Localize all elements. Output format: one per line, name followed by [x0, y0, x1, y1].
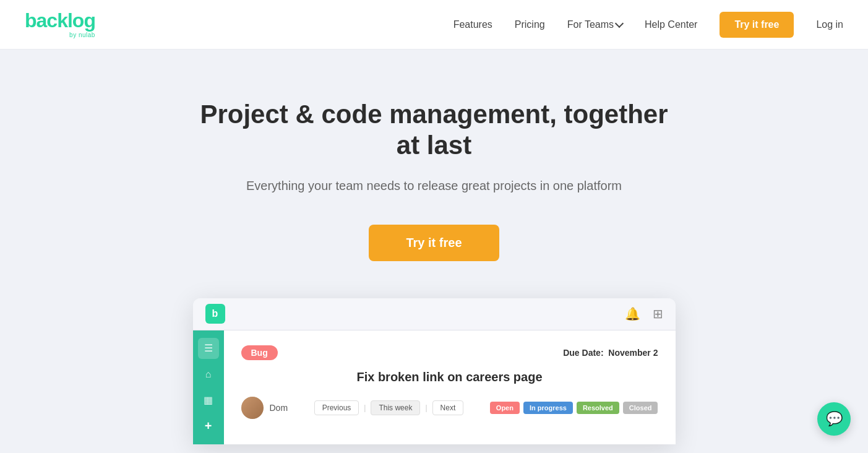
status-resolved[interactable]: Resolved — [577, 402, 619, 414]
due-date: Due Date: November 2 — [563, 348, 658, 358]
logo-area: backlog by nulab — [25, 11, 95, 38]
app-logo-icon: b — [205, 304, 225, 324]
nav-pills: Previous | This week | Next — [314, 400, 464, 415]
sidebar-home-icon[interactable]: ⌂ — [198, 364, 219, 385]
app-body: ☰ ⌂ ▦ + Bug Due Date: November 2 Fix bro… — [193, 330, 676, 444]
hero-section: Project & code management, together at l… — [0, 50, 868, 444]
issue-header: Bug Due Date: November 2 — [241, 345, 658, 360]
chevron-down-icon — [615, 19, 624, 27]
nav-this-week-button[interactable]: This week — [371, 400, 420, 415]
nav-features[interactable]: Features — [453, 19, 492, 30]
hero-try-free-button[interactable]: Try it free — [369, 225, 499, 261]
nav-previous-button[interactable]: Previous — [314, 400, 359, 415]
status-inprogress[interactable]: In progress — [523, 402, 573, 414]
chat-button[interactable]: 💬 — [817, 402, 851, 436]
app-content: Bug Due Date: November 2 Fix broken link… — [224, 330, 676, 444]
sidebar-add-icon[interactable]: + — [198, 416, 219, 437]
status-open[interactable]: Open — [490, 402, 520, 414]
nav-divider-2: | — [425, 403, 427, 412]
nav-next-button[interactable]: Next — [432, 400, 464, 415]
sidebar-list-icon[interactable]: ▦ — [198, 390, 219, 411]
bug-badge: Bug — [241, 345, 278, 360]
logo-wrapper: backlog by nulab — [25, 11, 95, 38]
issue-title: Fix broken link on careers page — [241, 370, 658, 384]
nav-for-teams[interactable]: For Teams — [567, 19, 622, 30]
status-pills: Open In progress Resolved Closed — [490, 402, 658, 414]
avatar — [241, 397, 264, 419]
issue-footer: Dom Previous | This week | Next Open In … — [241, 397, 658, 419]
grid-icon[interactable]: ⊞ — [653, 306, 663, 321]
status-closed[interactable]: Closed — [623, 402, 658, 414]
app-preview: b 🔔 ⊞ ☰ ⌂ ▦ + Bug Due Date: No — [193, 298, 676, 444]
nav-help-center[interactable]: Help Center — [645, 19, 697, 30]
hero-subtitle: Everything your team needs to release gr… — [246, 176, 622, 195]
nav-login-link[interactable]: Log in — [816, 19, 843, 30]
bell-icon[interactable]: 🔔 — [625, 306, 640, 321]
app-topbar-right: 🔔 ⊞ — [625, 306, 663, 321]
app-topbar: b 🔔 ⊞ — [193, 298, 676, 330]
chat-icon: 💬 — [826, 411, 843, 427]
avatar-image — [241, 397, 264, 419]
user-area: Dom — [241, 397, 288, 419]
logo-byline: by nulab — [25, 32, 95, 38]
nav-pricing[interactable]: Pricing — [515, 19, 545, 30]
app-sidebar: ☰ ⌂ ▦ + — [193, 330, 224, 444]
nav-try-free-button[interactable]: Try it free — [720, 12, 794, 38]
main-nav: Features Pricing For Teams Help Center T… — [453, 12, 843, 38]
user-name: Dom — [270, 403, 288, 413]
logo-text: backlog — [25, 11, 95, 30]
hero-title: Project & code management, together at l… — [187, 99, 682, 162]
site-header: backlog by nulab Features Pricing For Te… — [0, 0, 868, 50]
nav-divider: | — [364, 403, 366, 412]
sidebar-menu-icon[interactable]: ☰ — [198, 338, 219, 359]
